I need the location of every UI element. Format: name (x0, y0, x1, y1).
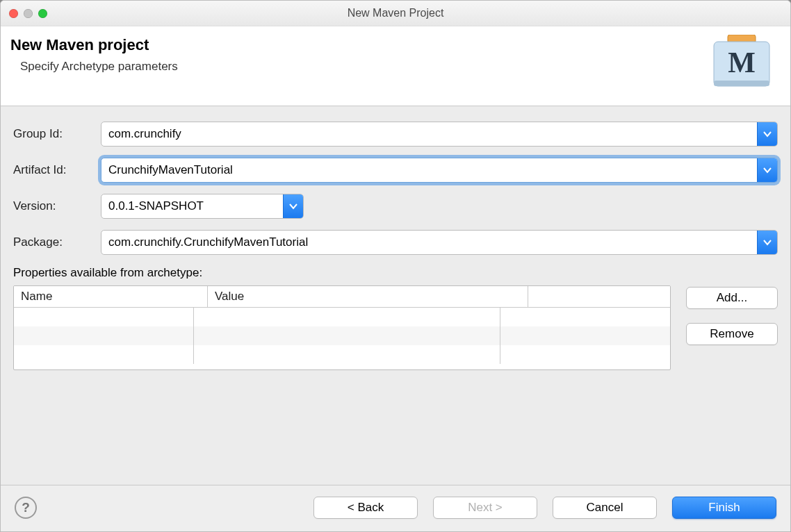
wizard-window: New Maven Project New Maven project Spec… (0, 0, 791, 532)
column-header-value[interactable]: Value (208, 286, 528, 307)
maximize-window-button[interactable] (38, 9, 47, 18)
table-row[interactable] (14, 308, 670, 326)
artifact-id-dropdown-arrow[interactable] (757, 158, 777, 182)
window-controls (1, 9, 47, 18)
next-button[interactable]: Next > (433, 497, 537, 519)
group-id-dropdown-arrow[interactable] (757, 122, 777, 146)
package-label: Package: (13, 235, 91, 249)
properties-table[interactable]: Name Value (13, 285, 671, 370)
version-input[interactable] (101, 194, 283, 218)
wizard-footer: ? < Back Next > Cancel Finish (1, 485, 790, 531)
table-row[interactable] (14, 326, 670, 345)
version-field[interactable] (101, 194, 304, 219)
group-id-label: Group Id: (13, 127, 91, 141)
artifact-id-input[interactable] (101, 158, 757, 182)
wizard-banner: New Maven project Specify Archetype para… (1, 26, 790, 106)
version-label: Version: (13, 199, 91, 213)
properties-area: Name Value Add... (13, 285, 778, 370)
remove-property-button[interactable]: Remove (686, 323, 778, 345)
close-window-button[interactable] (9, 9, 18, 18)
version-dropdown-arrow[interactable] (283, 194, 303, 218)
chevron-down-icon (763, 238, 772, 247)
svg-rect-2 (714, 81, 769, 86)
package-dropdown-arrow[interactable] (757, 231, 777, 254)
add-property-button[interactable]: Add... (686, 287, 778, 309)
chevron-down-icon (289, 202, 297, 210)
properties-label: Properties available from archetype: (13, 266, 778, 280)
properties-buttons: Add... Remove (686, 285, 778, 345)
minimize-window-button[interactable] (24, 9, 33, 18)
package-row: Package: (13, 230, 778, 255)
group-id-input[interactable] (101, 122, 757, 146)
properties-table-body (14, 308, 670, 369)
help-icon[interactable]: ? (15, 497, 37, 519)
artifact-id-field[interactable] (101, 158, 778, 183)
page-subtitle: Specify Archetype parameters (20, 60, 710, 74)
back-button[interactable]: < Back (313, 497, 418, 519)
package-input[interactable] (101, 231, 757, 254)
window-title: New Maven Project (1, 7, 790, 19)
finish-button[interactable]: Finish (672, 497, 776, 519)
group-id-row: Group Id: (13, 122, 778, 147)
maven-wizard-icon: M (710, 35, 774, 94)
svg-text:M: M (728, 47, 756, 78)
chevron-down-icon (763, 130, 772, 138)
table-row[interactable] (14, 345, 670, 364)
page-title: New Maven project (10, 36, 710, 54)
version-row: Version: (13, 194, 778, 219)
form-area: Group Id: Artifact Id: Version: (1, 106, 790, 370)
titlebar: New Maven Project (1, 1, 790, 26)
column-header-spacer (528, 286, 670, 307)
cancel-button[interactable]: Cancel (553, 497, 657, 519)
artifact-id-label: Artifact Id: (13, 163, 91, 177)
group-id-field[interactable] (101, 122, 778, 147)
column-header-name[interactable]: Name (14, 286, 208, 307)
chevron-down-icon (763, 166, 772, 174)
properties-table-header: Name Value (14, 286, 670, 308)
artifact-id-row: Artifact Id: (13, 158, 778, 183)
package-field[interactable] (101, 230, 778, 255)
